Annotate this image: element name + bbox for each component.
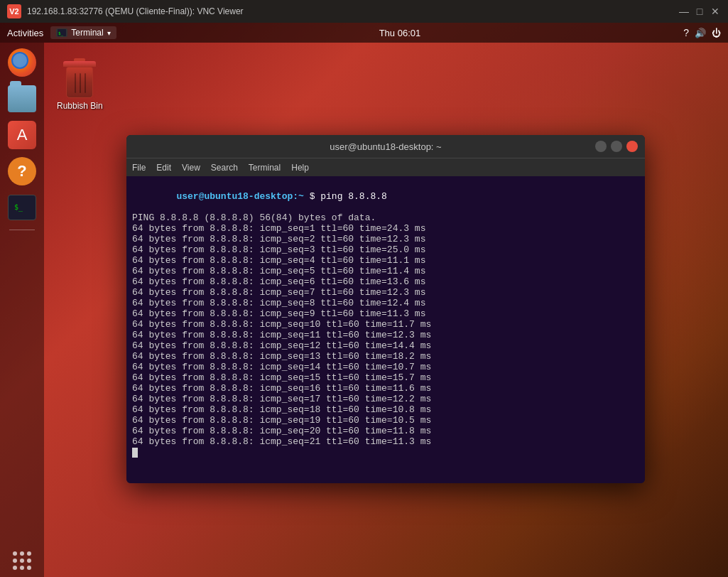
terminal-output-line: 64 bytes from 8.8.8.8: icmp_seq=19 ttl=6… bbox=[132, 415, 639, 426]
dock-item-terminal[interactable]: $_ bbox=[6, 191, 38, 224]
terminal-window-title: user@ubuntu18-desktop: ~ bbox=[134, 141, 638, 152]
appstore-icon: A bbox=[8, 121, 36, 149]
dock-item-appstore[interactable]: A bbox=[6, 119, 38, 151]
terminal-panel-label: Terminal bbox=[71, 28, 103, 38]
terminal-output-line: 64 bytes from 8.8.8.8: icmp_seq=10 ttl=6… bbox=[132, 319, 639, 330]
menu-view[interactable]: View bbox=[182, 163, 200, 173]
terminal-output-line: 64 bytes from 8.8.8.8: icmp_seq=7 ttl=60… bbox=[132, 287, 639, 298]
menu-help[interactable]: Help bbox=[291, 163, 309, 173]
terminal-output-line: 64 bytes from 8.8.8.8: icmp_seq=14 ttl=6… bbox=[132, 362, 639, 372]
bin-lines bbox=[75, 73, 86, 93]
vnc-logo: V2 bbox=[7, 4, 21, 18]
terminal-close-button[interactable] bbox=[626, 141, 638, 152]
terminal-output-line: PING 8.8.8.8 (8.8.8.8) 56(84) bytes of d… bbox=[132, 212, 639, 223]
vnc-window-controls: — □ ✕ bbox=[678, 6, 721, 17]
dock-item-firefox[interactable] bbox=[6, 46, 38, 79]
terminal-window-titlebar: user@ubuntu18-desktop: ~ bbox=[126, 135, 645, 158]
terminal-output-line: 64 bytes from 8.8.8.8: icmp_seq=9 ttl=60… bbox=[132, 308, 639, 319]
panel-help-icon: ? bbox=[683, 27, 689, 38]
terminal-maximize-button[interactable] bbox=[611, 141, 622, 152]
dock-separator bbox=[9, 230, 35, 230]
terminal-minimize-button[interactable] bbox=[595, 141, 607, 152]
terminal-window: user@ubuntu18-desktop: ~ File Edit View … bbox=[126, 135, 645, 483]
terminal-output-line: 64 bytes from 8.8.8.8: icmp_seq=16 ttl=6… bbox=[132, 383, 639, 394]
terminal-output-line: 64 bytes from 8.8.8.8: icmp_seq=4 ttl=60… bbox=[132, 255, 639, 266]
terminal-output-line: 64 bytes from 8.8.8.8: icmp_seq=1 ttl=60… bbox=[132, 223, 639, 234]
panel-clock: Thu 06:01 bbox=[116, 28, 684, 38]
vnc-minimize-button[interactable]: — bbox=[678, 6, 690, 17]
menu-terminal[interactable]: Terminal bbox=[249, 163, 281, 173]
terminal-output-line: 64 bytes from 8.8.8.8: icmp_seq=15 ttl=6… bbox=[132, 372, 639, 383]
terminal-output-line: 64 bytes from 8.8.8.8: icmp_seq=2 ttl=60… bbox=[132, 234, 639, 244]
terminal-output-line: 64 bytes from 8.8.8.8: icmp_seq=13 ttl=6… bbox=[132, 351, 639, 362]
terminal-menubar: File Edit View Search Terminal Help bbox=[126, 158, 645, 176]
terminal-panel-button[interactable]: $_ Terminal ▾ bbox=[50, 26, 116, 39]
menu-search[interactable]: Search bbox=[211, 163, 238, 173]
prompt-line: user@ubuntu18-desktop:~ $ ping 8.8.8.8 bbox=[132, 180, 639, 212]
top-panel: Activities $_ Terminal ▾ Thu 06:01 ? 🔊 ⏻ bbox=[0, 23, 728, 43]
activities-button[interactable]: Activities bbox=[7, 28, 43, 38]
terminal-output-line: 64 bytes from 8.8.8.8: icmp_seq=3 ttl=60… bbox=[132, 244, 639, 255]
terminal-dropdown-icon: ▾ bbox=[107, 29, 111, 37]
grid-dots-icon bbox=[13, 551, 31, 570]
terminal-output-line: 64 bytes from 8.8.8.8: icmp_seq=17 ttl=6… bbox=[132, 394, 639, 404]
dock-item-files[interactable] bbox=[6, 82, 38, 115]
terminal-cursor-line bbox=[132, 447, 639, 458]
terminal-output-line: 64 bytes from 8.8.8.8: icmp_seq=5 ttl=60… bbox=[132, 266, 639, 276]
bin-lid bbox=[63, 61, 96, 67]
help-icon: ? bbox=[8, 157, 36, 185]
rubbish-bin-label: Rubbish Bin bbox=[57, 101, 103, 111]
panel-power-icon: ⏻ bbox=[712, 28, 721, 38]
terminal-output-line: 64 bytes from 8.8.8.8: icmp_seq=8 ttl=60… bbox=[132, 298, 639, 308]
terminal-cursor bbox=[132, 448, 138, 458]
terminal-panel-icon: $_ bbox=[56, 28, 67, 37]
terminal-output-line: 64 bytes from 8.8.8.8: icmp_seq=6 ttl=60… bbox=[132, 276, 639, 287]
rubbish-bin[interactable]: Rubbish Bin bbox=[57, 58, 103, 111]
svg-text:$_: $_ bbox=[14, 203, 23, 212]
dock-item-help[interactable]: ? bbox=[6, 155, 38, 188]
vnc-titlebar: V2 192.168.1.83:32776 (QEMU (Cliente-Fin… bbox=[0, 0, 728, 23]
terminal-output-line: 64 bytes from 8.8.8.8: icmp_seq=11 ttl=6… bbox=[132, 330, 639, 340]
terminal-output-line: 64 bytes from 8.8.8.8: icmp_seq=21 ttl=6… bbox=[132, 436, 639, 447]
panel-sound-icon: 🔊 bbox=[695, 28, 706, 38]
menu-file[interactable]: File bbox=[132, 163, 146, 173]
firefox-icon bbox=[8, 48, 36, 77]
vnc-title: 192.168.1.83:32776 (QEMU (Cliente-Final)… bbox=[27, 6, 678, 16]
show-applications-button[interactable] bbox=[13, 551, 31, 570]
terminal-content[interactable]: user@ubuntu18-desktop:~ $ ping 8.8.8.8 P… bbox=[126, 176, 645, 483]
terminal-output-line: 64 bytes from 8.8.8.8: icmp_seq=12 ttl=6… bbox=[132, 340, 639, 351]
dock: A ? $_ bbox=[0, 43, 44, 577]
ubuntu-desktop: Activities $_ Terminal ▾ Thu 06:01 ? 🔊 ⏻ bbox=[0, 23, 728, 577]
terminal-output-line: 64 bytes from 8.8.8.8: icmp_seq=18 ttl=6… bbox=[132, 404, 639, 415]
terminal-output-line: 64 bytes from 8.8.8.8: icmp_seq=20 ttl=6… bbox=[132, 426, 639, 436]
panel-status-area: ? 🔊 ⏻ bbox=[683, 27, 721, 38]
terminal-dock-icon: $_ bbox=[8, 195, 36, 220]
menu-edit[interactable]: Edit bbox=[156, 163, 171, 173]
vnc-close-button[interactable]: ✕ bbox=[710, 6, 721, 17]
vnc-maximize-button[interactable]: □ bbox=[694, 6, 705, 17]
rubbish-bin-icon bbox=[63, 58, 97, 98]
terminal-window-controls bbox=[595, 141, 638, 152]
bin-body bbox=[66, 67, 93, 98]
svg-text:$_: $_ bbox=[58, 31, 64, 36]
files-icon bbox=[8, 85, 36, 112]
